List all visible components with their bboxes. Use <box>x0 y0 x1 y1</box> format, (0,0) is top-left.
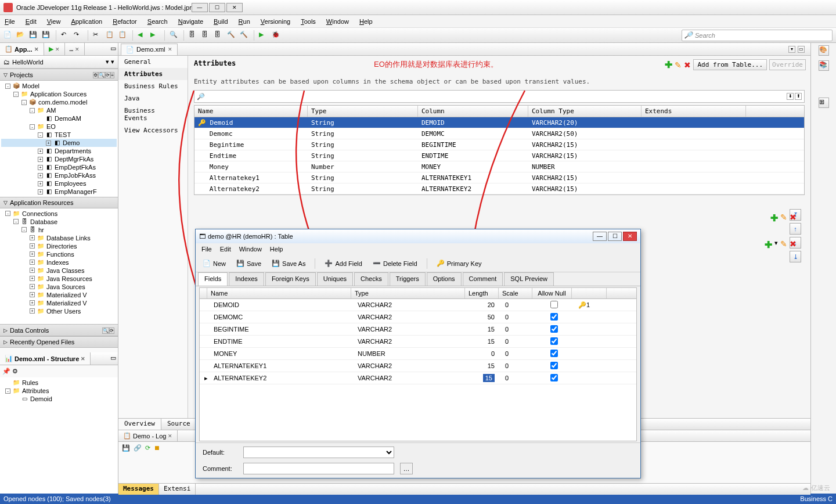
comment-input[interactable] <box>243 463 394 474</box>
up-icon[interactable]: ⬆ <box>795 93 802 100</box>
tree-node[interactable]: +📁Materialized V <box>1 291 117 299</box>
expand-toggle[interactable]: + <box>30 243 35 249</box>
redo-icon[interactable]: ↷ <box>74 31 83 40</box>
default-input[interactable] <box>243 447 394 458</box>
col-scale[interactable]: Scale <box>499 288 532 298</box>
resource-palette-icon[interactable]: 📚 <box>819 60 829 71</box>
expand-toggle[interactable]: + <box>30 251 35 257</box>
menu-view[interactable]: View <box>47 18 61 25</box>
restore-icon[interactable]: ▭ <box>109 352 118 365</box>
log-refresh-icon[interactable]: ⟳ <box>145 444 150 452</box>
expand-toggle[interactable]: - <box>30 124 35 129</box>
tree-node[interactable]: +📁Java Classes <box>1 267 117 275</box>
db3-icon[interactable]: 🗄 <box>214 31 224 40</box>
tree-node[interactable]: -📁EO <box>1 123 117 131</box>
field-row[interactable]: BEGINTIMEVARCHAR2150 <box>200 323 636 336</box>
field-row[interactable]: DEMOIDVARCHAR2200🔑1 <box>200 299 636 311</box>
add-field-button[interactable]: ➕Add Field <box>322 258 364 268</box>
expand-toggle[interactable] <box>13 397 19 402</box>
close-icon[interactable]: ✕ <box>168 46 172 52</box>
dlg-menu-help[interactable]: Help <box>270 246 283 253</box>
tab-checks[interactable]: Checks <box>354 272 388 286</box>
forward-icon[interactable]: ▶ <box>150 31 160 40</box>
saveall-icon[interactable]: 💾 <box>42 31 51 40</box>
maximize-button[interactable]: ☐ <box>209 3 225 12</box>
component-palette-icon[interactable]: 🎨 <box>819 45 829 56</box>
db-icon[interactable]: 🗄 <box>189 31 198 40</box>
col-allownull[interactable]: Allow Null <box>532 288 572 298</box>
back-icon[interactable]: ◀ <box>138 31 147 40</box>
section-attributes[interactable]: Attributes <box>118 68 188 80</box>
col-columntype[interactable]: Column Type <box>528 106 642 117</box>
edit-icon[interactable]: ✎ <box>780 239 787 250</box>
field-row[interactable]: MONEYNUMBER00 <box>200 348 636 360</box>
attribute-row[interactable]: 🔑 DemoidStringDEMOIDVARCHAR2(20) <box>194 117 804 128</box>
move-up-icon[interactable]: ↑ <box>790 223 801 235</box>
expand-toggle[interactable]: + <box>38 173 43 178</box>
expand-toggle[interactable]: - <box>21 100 27 105</box>
tree-node[interactable]: +◧EmpJobFkAss <box>1 171 117 179</box>
expand-toggle[interactable]: + <box>38 189 43 195</box>
allownull-checkbox[interactable] <box>550 374 558 381</box>
db2-icon[interactable]: 🗄 <box>201 31 211 40</box>
save-icon[interactable]: 💾 <box>29 31 38 40</box>
expand-toggle[interactable] <box>5 380 10 386</box>
tree-node[interactable]: +◧DeptMgrFkAs <box>1 155 117 163</box>
menu-application[interactable]: Application <box>71 18 102 25</box>
expand-toggle[interactable]: + <box>30 235 35 240</box>
app-navigator-tab[interactable]: 📋 App... ✕ <box>0 43 44 55</box>
tree-node[interactable]: -📦Model <box>1 82 117 90</box>
expand-toggle[interactable] <box>38 116 43 121</box>
tree-node[interactable]: +◧Employees <box>1 179 117 188</box>
dlg-close[interactable]: ✕ <box>623 232 637 241</box>
edit-icon[interactable]: ✎ <box>675 60 682 70</box>
attribute-row[interactable]: DemomcStringDEMOMCVARCHAR2(50) <box>194 128 804 139</box>
col-key[interactable] <box>572 288 607 298</box>
expand-toggle[interactable]: + <box>38 181 43 186</box>
tree-node[interactable]: +◧Departments <box>1 147 117 155</box>
maximize-icon[interactable]: ▭ <box>798 46 805 53</box>
col-length[interactable]: Length <box>465 288 499 298</box>
menu-versioning[interactable]: Versioning <box>261 18 290 25</box>
menu-build[interactable]: Build <box>214 18 228 25</box>
dlg-menu-window[interactable]: Window <box>239 246 262 253</box>
dropdown-icon[interactable]: ▾ <box>788 46 795 53</box>
tree-node[interactable]: -🗄hr <box>1 226 117 234</box>
tab-fields[interactable]: Fields <box>198 272 228 286</box>
close-icon[interactable]: ✕ <box>81 356 85 362</box>
attribute-row[interactable]: EndtimeStringENDTIMEVARCHAR2(15) <box>194 150 804 161</box>
col-name[interactable]: Name <box>194 106 308 117</box>
new-button[interactable]: 📄New <box>200 258 228 268</box>
structure-tab[interactable]: 📊 Demo.xml - Structure ✕ <box>0 352 91 365</box>
run-tab[interactable]: ▶✕ <box>44 43 65 55</box>
tree-node[interactable]: +📁Materialized V <box>1 299 117 307</box>
expand-toggle[interactable]: - <box>13 92 19 97</box>
move-bottom-icon[interactable]: ⤓ <box>790 251 801 262</box>
connections-tree[interactable]: -📁Connections-🗄Database-🗄hr+📁Database Li… <box>0 208 118 325</box>
primary-key-button[interactable]: 🔑Primary Key <box>434 258 484 268</box>
menu-help[interactable]: Help <box>359 18 373 25</box>
tab-sql-preview[interactable]: SQL Preview <box>504 272 554 286</box>
attribute-row[interactable]: BegintimeStringBEGINTIMEVARCHAR2(15) <box>194 139 804 150</box>
dlg-maximize[interactable]: ☐ <box>608 232 622 241</box>
editor-tab-demo[interactable]: 📄 Demo.xml ✕ <box>121 44 178 55</box>
run-icon[interactable]: ▶ <box>259 31 268 40</box>
allownull-checkbox[interactable] <box>550 301 558 308</box>
project-tree[interactable]: -📦Model-📁Application Sources-📦com.demo.m… <box>0 81 118 197</box>
expand-toggle[interactable]: - <box>5 211 10 216</box>
expand-toggle[interactable]: + <box>30 308 35 314</box>
field-row[interactable]: ENDTIMEVARCHAR2150 <box>200 336 636 348</box>
tree-node[interactable]: -🗄Database <box>1 218 117 226</box>
cut-icon[interactable]: ✂ <box>93 31 102 40</box>
tab-source[interactable]: Source <box>161 419 197 430</box>
build2-icon[interactable]: 🔨 <box>240 31 249 40</box>
col-type[interactable]: Type <box>308 106 418 117</box>
tab-messages[interactable]: Messages <box>118 484 159 495</box>
tree-node[interactable]: +◧EmpManagerF <box>1 188 117 196</box>
new-icon[interactable]: 📄 <box>3 31 13 40</box>
log-stop-icon[interactable]: ⏹ <box>154 444 160 452</box>
structure-tree[interactable]: 📁Rules-📁Attributes ▭Demoid <box>0 377 118 494</box>
delete-icon[interactable]: ✖ <box>790 239 797 250</box>
debug-icon[interactable]: 🐞 <box>272 31 281 40</box>
expand-toggle[interactable]: - <box>30 108 35 113</box>
